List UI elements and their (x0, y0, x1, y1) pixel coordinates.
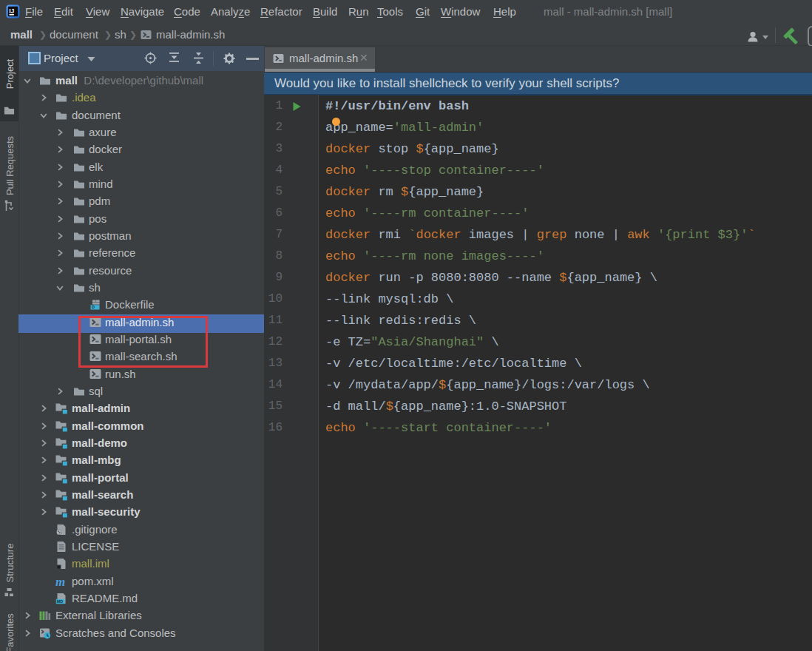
svg-text:IJ: IJ (9, 7, 14, 15)
